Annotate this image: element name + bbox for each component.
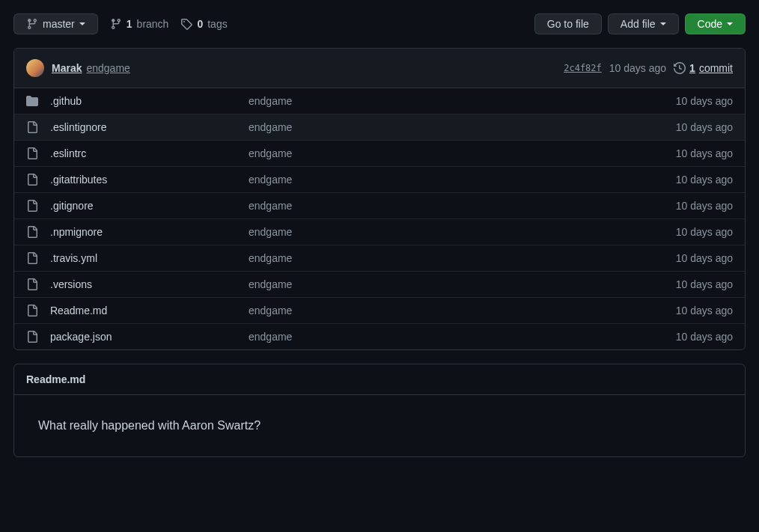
commit-hash-link[interactable]: 2c4f82f <box>564 63 602 73</box>
file-row: .githubendgame10 days ago <box>14 88 745 114</box>
file-name-link[interactable]: Readme.md <box>50 305 107 317</box>
file-row: package.jsonendgame10 days ago <box>14 323 745 349</box>
file-icon <box>26 226 38 238</box>
file-age: 10 days ago <box>676 331 733 343</box>
tags-count: 0 <box>197 18 203 30</box>
caret-down-icon <box>79 22 85 25</box>
file-commit-message-link[interactable]: endgame <box>249 278 292 290</box>
file-commit-message-link[interactable]: endgame <box>249 200 292 212</box>
file-name-link[interactable]: .github <box>50 95 82 107</box>
file-commit-message-link[interactable]: endgame <box>249 331 292 343</box>
file-name-link[interactable]: .versions <box>50 278 92 290</box>
latest-commit-bar: Marak endgame 2c4f82f 10 days ago 1 comm… <box>14 49 745 88</box>
readme-body: What really happened with Aaron Swartz? <box>14 395 745 456</box>
file-commit-message-link[interactable]: endgame <box>249 252 292 264</box>
file-age: 10 days ago <box>676 147 733 159</box>
file-age: 10 days ago <box>676 226 733 238</box>
file-age: 10 days ago <box>676 121 733 133</box>
file-tree-box: Marak endgame 2c4f82f 10 days ago 1 comm… <box>13 48 746 350</box>
commit-message-link[interactable]: endgame <box>86 62 129 74</box>
avatar[interactable] <box>26 59 44 77</box>
file-age: 10 days ago <box>676 305 733 317</box>
caret-down-icon <box>727 22 733 25</box>
readme-text: What really happened with Aaron Swartz? <box>38 419 721 432</box>
file-commit-message-link[interactable]: endgame <box>249 305 292 317</box>
file-age: 10 days ago <box>676 200 733 212</box>
file-icon <box>26 200 38 212</box>
branches-label: branch <box>137 18 169 30</box>
git-branch-icon <box>110 18 122 30</box>
readme-box: Readme.md What really happened with Aaro… <box>13 364 746 457</box>
branch-name: master <box>43 18 75 30</box>
add-file-button[interactable]: Add file <box>608 13 679 34</box>
file-row: .gitattributesendgame10 days ago <box>14 166 745 192</box>
file-row: .eslintrcendgame10 days ago <box>14 140 745 166</box>
history-icon <box>674 62 686 74</box>
branches-count: 1 <box>127 18 132 30</box>
go-to-file-button[interactable]: Go to file <box>534 13 602 34</box>
file-name-link[interactable]: .gitattributes <box>50 174 107 186</box>
file-age: 10 days ago <box>676 95 733 107</box>
commit-count-number: 1 <box>689 62 695 74</box>
file-icon <box>26 147 38 159</box>
file-commit-message-link[interactable]: endgame <box>249 174 292 186</box>
tags-label: tags <box>207 18 227 30</box>
file-name-link[interactable]: .eslintrc <box>50 147 86 159</box>
file-row: .npmignoreendgame10 days ago <box>14 218 745 245</box>
file-name-link[interactable]: .travis.yml <box>50 252 97 264</box>
git-branch-icon <box>26 18 38 30</box>
caret-down-icon <box>660 22 666 25</box>
file-name-link[interactable]: package.json <box>50 331 112 343</box>
file-age: 10 days ago <box>676 252 733 264</box>
file-rows-container: .githubendgame10 days ago.eslintignoreen… <box>14 88 745 349</box>
file-icon <box>26 121 38 133</box>
commit-date: 10 days ago <box>609 62 666 74</box>
folder-icon <box>26 95 38 107</box>
file-age: 10 days ago <box>676 278 733 290</box>
code-button[interactable]: Code <box>685 13 746 34</box>
file-commit-message-link[interactable]: endgame <box>249 147 292 159</box>
file-commit-message-link[interactable]: endgame <box>249 226 292 238</box>
file-commit-message-link[interactable]: endgame <box>249 95 292 107</box>
commit-count-label: commit <box>699 62 733 74</box>
file-row: .gitignoreendgame10 days ago <box>14 192 745 218</box>
file-name-link[interactable]: .eslintignore <box>50 121 107 133</box>
file-icon <box>26 305 38 317</box>
repo-navigation-bar: master 1 branch 0 tags Go to file Add fi… <box>13 13 746 34</box>
tags-link[interactable]: 0 tags <box>180 18 227 30</box>
file-row: Readme.mdendgame10 days ago <box>14 297 745 323</box>
file-commit-message-link[interactable]: endgame <box>249 121 292 133</box>
file-row: .eslintignoreendgame10 days ago <box>14 114 745 140</box>
tag-icon <box>180 18 192 30</box>
file-icon <box>26 331 38 343</box>
file-row: .versionsendgame10 days ago <box>14 271 745 297</box>
file-icon <box>26 174 38 186</box>
file-name-link[interactable]: .npmignore <box>50 226 103 238</box>
file-icon <box>26 252 38 264</box>
branch-select-button[interactable]: master <box>13 13 98 34</box>
file-row: .travis.ymlendgame10 days ago <box>14 245 745 271</box>
file-name-link[interactable]: .gitignore <box>50 200 94 212</box>
file-age: 10 days ago <box>676 174 733 186</box>
commits-link[interactable]: 1 commit <box>674 62 733 74</box>
readme-filename[interactable]: Readme.md <box>14 364 745 395</box>
file-icon <box>26 278 38 290</box>
branches-link[interactable]: 1 branch <box>110 18 169 30</box>
commit-author-link[interactable]: Marak <box>52 62 82 74</box>
